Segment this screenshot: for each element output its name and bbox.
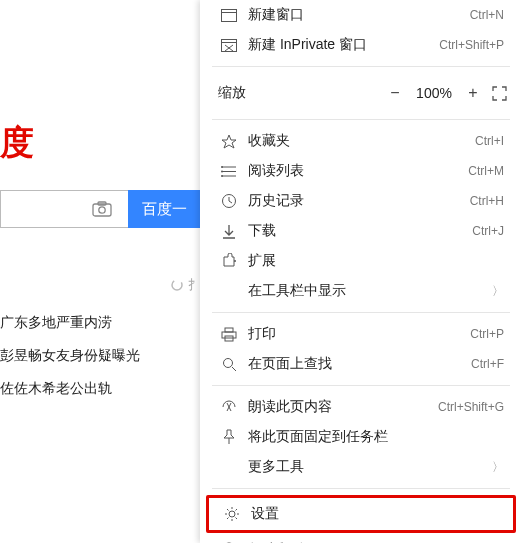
puzzle-icon [218, 253, 240, 269]
svg-point-3 [172, 280, 182, 290]
fullscreen-icon[interactable] [488, 86, 510, 101]
print-icon [218, 327, 240, 342]
loading-indicator: 扌 [170, 276, 201, 294]
menu-read-aloud[interactable]: 朗读此页内容 Ctrl+Shift+G [200, 392, 522, 422]
menu-label: 在工具栏中显示 [248, 282, 492, 300]
svg-rect-0 [93, 204, 111, 216]
chevron-right-icon: 〉 [492, 283, 504, 300]
separator [212, 119, 510, 120]
shortcut: Ctrl+H [470, 194, 504, 208]
separator [212, 385, 510, 386]
svg-rect-15 [225, 328, 233, 332]
pin-icon [218, 429, 240, 445]
svg-rect-4 [222, 9, 237, 21]
star-icon [218, 134, 240, 149]
baidu-logo-partial: 度 [0, 120, 36, 166]
list-icon [218, 165, 240, 178]
menu-label: 收藏夹 [248, 132, 475, 150]
zoom-value: 100% [410, 85, 458, 101]
svg-line-19 [232, 367, 236, 371]
svg-point-20 [229, 511, 235, 517]
menu-label: 新建 InPrivate 窗口 [248, 36, 439, 54]
menu-label: 历史记录 [248, 192, 470, 210]
menu-label: 阅读列表 [248, 162, 468, 180]
menu-label: 朗读此页内容 [248, 398, 438, 416]
separator [212, 66, 510, 67]
shortcut: Ctrl+Shift+G [438, 400, 504, 414]
menu-new-window[interactable]: 新建窗口 Ctrl+N [200, 0, 522, 30]
search-icon [218, 357, 240, 372]
svg-point-11 [221, 166, 223, 168]
menu-zoom: 缩放 − 100% + [200, 73, 522, 113]
menu-favorites[interactable]: 收藏夹 Ctrl+I [200, 126, 522, 156]
chevron-right-icon: 〉 [492, 459, 504, 476]
shortcut: Ctrl+P [470, 327, 504, 341]
zoom-label: 缩放 [218, 84, 380, 102]
browser-menu: 新建窗口 Ctrl+N 新建 InPrivate 窗口 Ctrl+Shift+P… [200, 0, 522, 543]
menu-history[interactable]: 历史记录 Ctrl+H [200, 186, 522, 216]
download-icon [218, 224, 240, 239]
menu-find[interactable]: 在页面上查找 Ctrl+F [200, 349, 522, 379]
menu-label: 在页面上查找 [248, 355, 471, 373]
gear-icon [221, 506, 243, 522]
menu-settings[interactable]: 设置 [206, 495, 516, 533]
menu-label: 新建窗口 [248, 6, 470, 24]
menu-extensions[interactable]: 扩展 [200, 246, 522, 276]
menu-label: 将此页面固定到任务栏 [248, 428, 504, 446]
zoom-in-button[interactable]: + [458, 84, 488, 102]
inprivate-icon [218, 39, 240, 52]
svg-point-12 [221, 170, 223, 172]
menu-help[interactable]: 帮助和反馈 〉 [200, 535, 522, 543]
menu-downloads[interactable]: 下载 Ctrl+J [200, 216, 522, 246]
zoom-out-button[interactable]: − [380, 84, 410, 102]
menu-label: 更多工具 [248, 458, 492, 476]
separator [212, 312, 510, 313]
news-item[interactable]: 佐佐木希老公出轨 [0, 380, 112, 398]
search-button[interactable]: 百度一 [128, 190, 200, 228]
svg-point-18 [223, 358, 232, 367]
menu-print[interactable]: 打印 Ctrl+P [200, 319, 522, 349]
news-item[interactable]: 彭昱畅女友身份疑曝光 [0, 347, 140, 365]
svg-rect-6 [222, 39, 237, 51]
news-item[interactable]: 广东多地严重内涝 [0, 314, 112, 332]
svg-point-1 [99, 207, 105, 213]
shortcut: Ctrl+Shift+P [439, 38, 504, 52]
shortcut: Ctrl+N [470, 8, 504, 22]
shortcut: Ctrl+J [472, 224, 504, 238]
camera-icon[interactable] [92, 201, 112, 217]
menu-label: 打印 [248, 325, 470, 343]
svg-rect-16 [222, 332, 236, 338]
page-background: 度 百度一 扌 广东多地严重内涝 彭昱畅女友身份疑曝光 佐佐木希老公出轨 [0, 0, 200, 543]
menu-label: 下载 [248, 222, 472, 240]
window-icon [218, 9, 240, 22]
shortcut: Ctrl+M [468, 164, 504, 178]
history-icon [218, 193, 240, 209]
menu-pin-taskbar[interactable]: 将此页面固定到任务栏 [200, 422, 522, 452]
menu-new-inprivate[interactable]: 新建 InPrivate 窗口 Ctrl+Shift+P [200, 30, 522, 60]
menu-label: 扩展 [248, 252, 504, 270]
menu-label: 设置 [251, 505, 501, 523]
menu-reading-list[interactable]: 阅读列表 Ctrl+M [200, 156, 522, 186]
svg-point-13 [221, 175, 223, 177]
search-input[interactable] [0, 190, 128, 228]
separator [212, 488, 510, 489]
menu-show-in-toolbar[interactable]: 在工具栏中显示 〉 [200, 276, 522, 306]
read-aloud-icon [218, 400, 240, 414]
search-bar: 百度一 [0, 190, 200, 228]
menu-more-tools[interactable]: 更多工具 〉 [200, 452, 522, 482]
shortcut: Ctrl+F [471, 357, 504, 371]
shortcut: Ctrl+I [475, 134, 504, 148]
